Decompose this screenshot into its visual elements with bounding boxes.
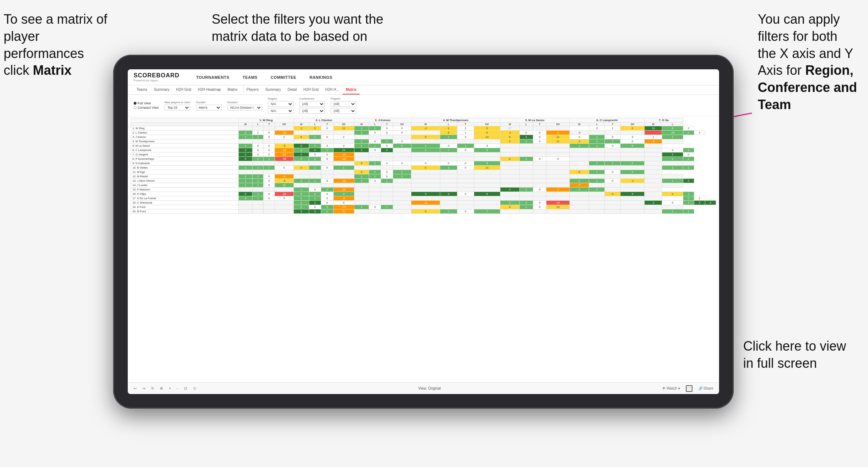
players-x-select[interactable]: (All) (331, 101, 356, 107)
matrix-cell: 2 (293, 153, 309, 157)
matrix-content[interactable]: 1. W Ding 2. L Clanton 3. J Koivun 4. M … (128, 116, 719, 382)
toolbar-timer[interactable]: ⏲ (192, 386, 198, 391)
sub-nav-players-summary[interactable]: Summary (262, 85, 284, 94)
matrix-cell (381, 201, 393, 205)
matrix-cell: 0 (533, 201, 546, 205)
sub-nav-teams[interactable]: Teams (134, 85, 150, 94)
matrix-cell (569, 196, 589, 201)
matrix-cell (589, 209, 605, 214)
matrix-cell (519, 148, 533, 153)
nav-rankings[interactable]: RANKINGS (307, 74, 335, 81)
matrix-cell: 2 (662, 135, 683, 139)
matrix-cell: 1 (264, 166, 274, 170)
matrix-cell: 1 (683, 166, 694, 170)
matrix-cell (321, 139, 333, 144)
matrix-cell: 2 (621, 161, 645, 166)
toolbar-grid[interactable]: ☷ (183, 386, 189, 391)
matrix-cell: 1 (354, 179, 369, 183)
toolbar-expand[interactable]: ⛶ (684, 385, 694, 393)
matrix-cell (411, 179, 440, 183)
matrix-cell: 4 (694, 201, 705, 205)
matrix-cell (605, 205, 621, 209)
max-players-select[interactable]: Top 25 Top 10 Top 50 (165, 105, 190, 111)
matrix-cell: -6 (645, 139, 662, 144)
toolbar-redo[interactable]: ↪ (141, 386, 147, 391)
matrix-cell: 0 (411, 166, 440, 170)
sub-nav-summary[interactable]: Summary (151, 85, 172, 94)
division-select[interactable]: NCAA Division I NCAA Division II (227, 105, 262, 111)
nav-teams[interactable]: TEAMS (240, 74, 260, 81)
matrix-cell: 2 (519, 201, 533, 205)
matrix-cell (393, 209, 411, 214)
matrix-cell (500, 144, 519, 148)
matrix-cell (253, 170, 264, 174)
sub-nav-matrix-active[interactable]: Matrix (343, 85, 359, 94)
matrix-cell (500, 148, 519, 153)
toolbar-zoom-in[interactable]: + (168, 386, 173, 391)
matrix-cell: 4 (309, 148, 321, 153)
toolbar-zoom-out[interactable]: - (176, 386, 180, 391)
matrix-cell: 0 (253, 153, 264, 157)
sub-nav-h2h-heatmap[interactable]: H2H Heatmap (195, 85, 224, 94)
max-players-filter: Max players in view Top 25 Top 10 Top 50 (165, 101, 190, 111)
conference-y-select[interactable]: (All) (299, 108, 325, 114)
toolbar-undo[interactable]: ↩ (132, 386, 138, 391)
sub-nav-players-h2h-grid[interactable]: H2H Grid (300, 85, 322, 94)
player-name-cell: 10. B Valdes (131, 166, 239, 170)
matrix-cell: 2 (293, 148, 309, 153)
matrix-cell: 0 (683, 153, 694, 157)
sub-nav-players-h2h-h[interactable]: H2H H... (322, 85, 342, 94)
matrix-cell: 2 (239, 192, 253, 196)
region-x-select[interactable]: N/A (268, 101, 293, 107)
matrix-cell: 2 (239, 196, 253, 201)
compact-view-radio[interactable]: Compact View (134, 106, 159, 109)
matrix-cell: 0 (662, 126, 683, 131)
matrix-cell (605, 131, 621, 135)
matrix-cell (333, 131, 354, 135)
sub-nav-players[interactable]: Players (243, 85, 262, 94)
player-name-cell: 12. M Riedel (131, 174, 239, 179)
gender-select[interactable]: Men's Women's (196, 105, 222, 111)
sub-nav-h2h-grid[interactable]: H2H Grid (173, 85, 194, 94)
nav-committee[interactable]: COMMITTEE (268, 74, 299, 81)
matrix-cell (662, 161, 683, 166)
matrix-cell: -16 (333, 157, 354, 161)
conference-x-select[interactable]: (All) (299, 101, 325, 107)
matrix-cell: 0 (309, 153, 321, 157)
matrix-cell (621, 174, 645, 179)
toolbar-settings[interactable]: ⚙ (158, 386, 165, 391)
matrix-table: 1. W Ding 2. L Clanton 3. J Koivun 4. M … (131, 118, 716, 214)
matrix-cell (381, 157, 393, 161)
matrix-cell: 0 (274, 166, 293, 170)
matrix-cell: -10 (546, 201, 569, 205)
matrix-cell: 0 (569, 139, 589, 144)
matrix-cell: 0 (354, 161, 369, 166)
sub-nav-matrix-main[interactable]: Matrix (224, 85, 240, 94)
matrix-cell (457, 179, 474, 183)
matrix-cell: -3 (274, 179, 293, 183)
matrix-cell (645, 183, 662, 188)
matrix-cell (381, 166, 393, 170)
matrix-cell (605, 174, 621, 179)
matrix-cell (309, 139, 321, 144)
sub-nav-players-detail[interactable]: Detail (285, 85, 300, 94)
player-name-cell: 19. D Ford (131, 205, 239, 209)
matrix-cell (589, 174, 605, 179)
full-view-radio[interactable]: Full View (134, 101, 159, 105)
matrix-cell: 0 (500, 139, 519, 144)
toolbar-share[interactable]: 🔗 Share (697, 386, 715, 391)
toolbar-watch[interactable]: 👁 Watch ▾ (661, 386, 681, 391)
matrix-cell (321, 183, 333, 188)
matrix-cell (369, 183, 381, 188)
toolbar-refresh[interactable]: ↻ (150, 386, 155, 391)
nav-tournaments[interactable]: TOURNAMENTS (194, 74, 232, 81)
matrix-cell (519, 144, 533, 148)
matrix-cell: 0 (605, 170, 621, 174)
matrix-cell (662, 183, 683, 188)
matrix-cell (369, 188, 381, 192)
matrix-cell (369, 209, 381, 214)
players-y-select[interactable]: (All) (331, 108, 356, 114)
region-y-select[interactable]: N/A (268, 108, 293, 114)
matrix-cell: 4 (333, 192, 354, 196)
matrix-cell: 0 (253, 144, 264, 148)
